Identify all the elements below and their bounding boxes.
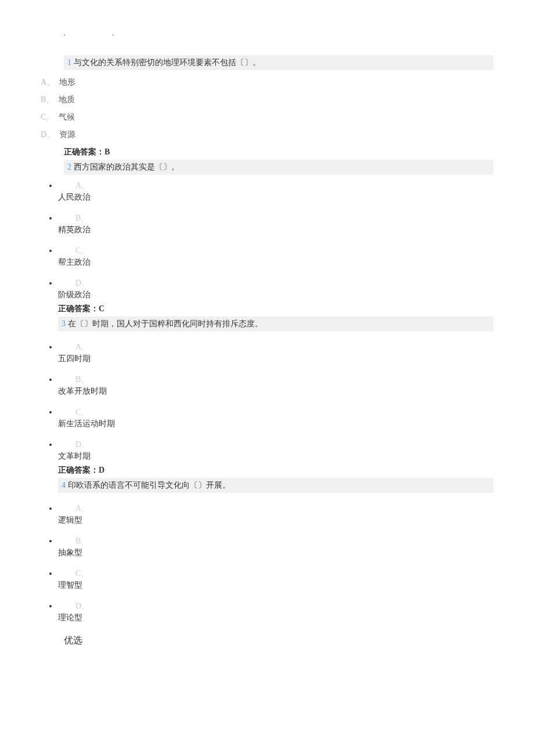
- option-list: A、 逻辑型 B、 抽象型 C、 理智型 D、 理论型: [41, 503, 493, 623]
- question-number: 3: [62, 319, 66, 328]
- option-label: D、: [41, 130, 55, 139]
- question-1: 1 与文化的关系特别密切的地理环境要素不包括〔〕。: [64, 55, 493, 70]
- option-label: C、: [75, 568, 493, 579]
- option-text: 精英政治: [58, 225, 493, 235]
- list-item: C、 新生活运动时期: [58, 407, 493, 429]
- list-item: C、 帮主政治: [58, 246, 493, 268]
- option-label: A、: [75, 342, 493, 352]
- correct-answer: 正确答案：D: [58, 465, 493, 476]
- list-item: C、 理智型: [58, 568, 493, 591]
- question-number: 2: [67, 163, 71, 171]
- question-number: 4: [62, 481, 66, 489]
- option-text: 逻辑型: [58, 515, 493, 525]
- option-text: 文革时期: [58, 451, 493, 462]
- option-label: D、: [75, 601, 493, 611]
- option-b: B、地质: [41, 95, 493, 105]
- option-a: A、地形: [41, 77, 493, 88]
- option-text: 地质: [59, 95, 75, 104]
- list-item: B、 精英政治: [58, 213, 493, 235]
- option-label: D、: [75, 440, 493, 450]
- question-text: 在〔〕时期，国人对于国粹和西化同时持有排斥态度。: [68, 319, 263, 328]
- option-label: C、: [41, 113, 54, 121]
- option-list: A、 人民政治 B、 精英政治 C、 帮主政治 D、 阶级政治 正确答案：C 3…: [41, 181, 493, 332]
- list-item: A、 五四时期: [58, 342, 493, 364]
- option-text: 气候: [59, 113, 75, 121]
- list-item: A、 人民政治: [58, 181, 493, 203]
- option-label: B、: [41, 95, 54, 104]
- header-dots: ..: [41, 29, 493, 38]
- option-c: C、气候: [41, 112, 493, 123]
- option-label: C、: [75, 246, 493, 256]
- list-item: B、 抽象型: [58, 536, 493, 558]
- option-text: 改革开放时期: [58, 386, 493, 397]
- question-text: 印欧语系的语言不可能引导文化向〔〕开展。: [68, 481, 230, 489]
- question-2: 2 西方国家的政治其实是〔〕。: [64, 160, 493, 175]
- list-item: D、 理论型: [58, 601, 493, 623]
- option-label: A、: [75, 181, 493, 191]
- option-d: D、资源: [41, 129, 493, 140]
- question-4: 4 印欧语系的语言不可能引导文化向〔〕开展。: [58, 478, 493, 493]
- option-text: 资源: [59, 130, 75, 139]
- question-3: 3 在〔〕时期，国人对于国粹和西化同时持有排斥态度。: [58, 316, 493, 332]
- option-text: 人民政治: [58, 192, 493, 203]
- option-label: B、: [75, 536, 493, 546]
- option-text: 新生活运动时期: [58, 419, 493, 429]
- list-item: B、 改革开放时期: [58, 375, 493, 397]
- list-item: A、 逻辑型: [58, 503, 493, 525]
- question-text: 西方国家的政治其实是〔〕。: [74, 163, 179, 171]
- option-label: A、: [41, 78, 55, 87]
- correct-answer: 正确答案：B: [41, 147, 493, 157]
- question-number: 1: [67, 58, 71, 67]
- option-text: 抽象型: [58, 548, 493, 558]
- option-label: B、: [75, 213, 493, 224]
- correct-answer: 正确答案：C: [58, 304, 493, 314]
- document-page: .. 1 与文化的关系特别密切的地理环境要素不包括〔〕。 A、地形 B、地质 C…: [0, 0, 534, 670]
- list-item: D、 阶级政治 正确答案：C 3 在〔〕时期，国人对于国粹和西化同时持有排斥态度…: [58, 278, 493, 332]
- option-list: A、 五四时期 B、 改革开放时期 C、 新生活运动时期 D、 文革时期 正确答…: [41, 342, 493, 493]
- option-text: 理智型: [58, 580, 493, 591]
- footer-text: 优选: [41, 635, 493, 647]
- option-text: 理论型: [58, 613, 493, 623]
- option-label: D、: [75, 278, 493, 289]
- option-text: 五四时期: [58, 354, 493, 364]
- option-label: B、: [75, 375, 493, 385]
- option-label: C、: [75, 407, 493, 417]
- list-item: D、 文革时期 正确答案：D 4 印欧语系的语言不可能引导文化向〔〕开展。: [58, 440, 493, 493]
- question-text: 与文化的关系特别密切的地理环境要素不包括〔〕。: [74, 58, 261, 67]
- option-label: A、: [75, 503, 493, 514]
- option-text: 帮主政治: [58, 257, 493, 268]
- option-text: 阶级政治: [58, 290, 493, 300]
- option-text: 地形: [59, 78, 75, 87]
